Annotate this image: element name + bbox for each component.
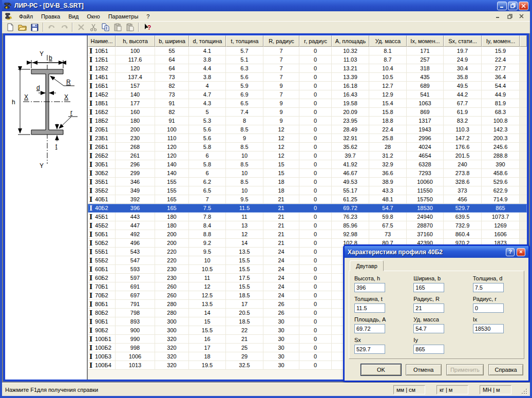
table-row[interactable]: I35Б13461556.28.518049.5338.910060328.65… <box>88 178 527 186</box>
table-row[interactable]: I12Б1117.6643.85.17011.038.725724.922.4 <box>88 55 527 64</box>
table-cell: 320 <box>155 344 189 352</box>
row-filler <box>520 221 527 230</box>
table-cell: 2996 <box>407 134 444 143</box>
column-header[interactable]: Sx, стати... <box>444 35 482 47</box>
close-icon[interactable] <box>519 2 528 10</box>
tab-page: Высота, hШирина, bТолщина, dТолщина, tРа… <box>349 271 524 359</box>
table-cell: 16.43 <box>332 90 369 99</box>
table-row[interactable]: I23Б12301105.6912032.9125.82996147.2200.… <box>88 134 527 143</box>
table-cell: 15.5 <box>226 256 263 265</box>
menu-item-?[interactable]: ? <box>142 12 154 21</box>
menu-item-Файл[interactable]: Файл <box>15 12 37 21</box>
table-row[interactable]: I45Б14431807.81121076.2359.824940639.510… <box>88 213 527 221</box>
column-header[interactable]: Наиме... <box>88 35 116 47</box>
field-input-Толщина, d[interactable] <box>473 283 504 292</box>
column-header[interactable]: R, радиус <box>263 35 299 47</box>
table-cell: 85.96 <box>332 221 369 230</box>
table-cell: 0 <box>299 82 332 90</box>
table-row[interactable]: I18Б2180915.389023.9518.8131783.2100.8 <box>88 117 527 125</box>
field-input-Ix[interactable] <box>473 324 504 333</box>
table-row[interactable]: I30Б229914061015046.6736.67293273.8458.6 <box>88 169 527 178</box>
menu-item-Окно[interactable]: Окно <box>83 12 104 21</box>
tab-dvutavr[interactable]: Двутавр <box>350 260 384 271</box>
table-row[interactable]: I40Б139216579.521061.2548.115750456714.9 <box>88 195 527 204</box>
table-row[interactable]: I26Б226112061012039.731.24654201.5288.8 <box>88 151 527 160</box>
ibeam-profile-icon: I <box>89 249 92 255</box>
column-header[interactable]: d, толщина <box>189 35 226 47</box>
table-cell: I90Б1 <box>88 317 116 326</box>
field-input-Радиус, R[interactable] <box>413 304 444 313</box>
dialog-button-Отмена[interactable]: Отмена <box>406 364 442 375</box>
table-cell: 24.9 <box>444 55 482 64</box>
menu-item-Параметры[interactable]: Параметры <box>104 12 143 21</box>
save-icon[interactable] <box>29 22 41 33</box>
table-row[interactable]: I30Б12961405.88.515041.9232.96328240390 <box>88 160 527 169</box>
table-row[interactable]: I14Б2140734.76.97016.4312.954144.244.9 <box>88 90 527 99</box>
table-row[interactable]: I18Б1177914.36.59019.5815.4106367.781.9 <box>88 99 527 108</box>
document-icon[interactable] <box>5 12 13 21</box>
column-header[interactable]: Ix, момен... <box>407 35 444 47</box>
field-input-Sx[interactable] <box>354 345 385 354</box>
help-pointer-icon[interactable]: ? <box>141 22 153 33</box>
field-input-Толщина, t[interactable] <box>354 304 385 313</box>
dialog-close-icon[interactable]: × <box>517 248 525 256</box>
ibeam-profile-icon: I <box>89 48 92 54</box>
paste-insert-icon <box>124 22 136 33</box>
field-input-Ширина, b[interactable] <box>413 283 444 292</box>
new-file-icon[interactable] <box>4 22 16 33</box>
column-header[interactable]: t, толщина <box>226 35 263 47</box>
table-row[interactable]: I26Б12681205.88.512035.62284024176.6245.… <box>88 143 527 151</box>
table-cell: 7.4 <box>226 108 263 117</box>
field-input-Уд. масса[interactable] <box>413 324 444 333</box>
table-cell: 280 <box>155 309 189 317</box>
mdi-close-icon[interactable] <box>516 12 527 21</box>
mdi-minimize-icon[interactable] <box>492 12 503 21</box>
table-row[interactable]: I16Б11578245.99016.1812.768949.554.4 <box>88 82 527 90</box>
delete-icon <box>75 22 87 33</box>
copy-icon[interactable] <box>100 22 111 33</box>
table-row[interactable]: I10Б1100554.15.77010.328.117119.715.9 <box>88 47 527 55</box>
table-cell: I16Б1 <box>88 82 116 90</box>
mdi-restore-icon[interactable] <box>504 12 515 21</box>
table-cell: 22 <box>226 326 263 335</box>
column-header[interactable]: b, ширина <box>155 35 189 47</box>
menu-item-Правка[interactable]: Правка <box>37 12 64 21</box>
table-row[interactable]: I20Б12001005.68.512028.4922.41943110.314… <box>88 125 527 134</box>
column-header[interactable]: Уд. масса <box>369 35 407 47</box>
app-icon[interactable] <box>4 2 12 10</box>
column-header[interactable]: h, высота <box>116 35 155 47</box>
table-row[interactable]: I35Б23491556.51018055.1743.311550373622.… <box>88 186 527 195</box>
table-row[interactable]: I12Б2120644.46.37013.2110.431830.427.7 <box>88 64 527 73</box>
undo-icon <box>46 22 58 33</box>
field-input-Iy[interactable] <box>413 345 444 354</box>
column-header[interactable]: r, радиус <box>299 35 332 47</box>
table-cell: 9 <box>263 99 299 108</box>
open-folder-icon[interactable] <box>16 22 28 33</box>
table-cell: 120 <box>116 64 155 73</box>
table-row[interactable]: I16Б21608257.49020.0915.886961.968.3 <box>88 108 527 117</box>
dialog-button-OK[interactable]: OK <box>361 364 401 375</box>
minimize-icon[interactable] <box>497 2 507 10</box>
menu-item-Вид[interactable]: Вид <box>64 12 83 21</box>
resize-grip[interactable] <box>521 388 528 395</box>
table-cell: 0 <box>299 344 332 352</box>
dialog-button-Справка[interactable]: Справка <box>488 364 523 375</box>
table-cell: 16 <box>189 335 226 344</box>
restore-icon[interactable] <box>508 2 518 10</box>
column-header[interactable]: Iy, момен... <box>482 35 520 47</box>
table-cell: 49.53 <box>332 178 369 186</box>
field-input-Высота, h[interactable] <box>354 283 385 292</box>
ibeam-profile-icon: I <box>89 327 92 334</box>
table-row[interactable]: I14Б1137.4733.85.67013.3910.543535.836.4 <box>88 73 527 82</box>
table-row[interactable]: I45Б24471808.41321085.9667.528870732.912… <box>88 221 527 230</box>
table-row[interactable]: I50Б14922008.81221092.987337160860.41606 <box>88 230 527 239</box>
field-input-Радиус, r[interactable] <box>473 304 504 313</box>
dialog-title-bar[interactable]: Характеристики профиля 40Б2 ? × <box>345 246 528 258</box>
column-header[interactable]: А, площадь <box>332 35 369 47</box>
dialog-help-icon[interactable]: ? <box>506 248 515 256</box>
dialog-button-Применить[interactable]: Применить <box>446 364 484 375</box>
field-input-Площадь, А[interactable] <box>354 324 385 333</box>
table-row[interactable]: I40Б23961657.511.521069.7254.718530529.7… <box>88 204 527 213</box>
table-cell: 28870 <box>407 221 444 230</box>
table-cell: 268 <box>116 143 155 151</box>
